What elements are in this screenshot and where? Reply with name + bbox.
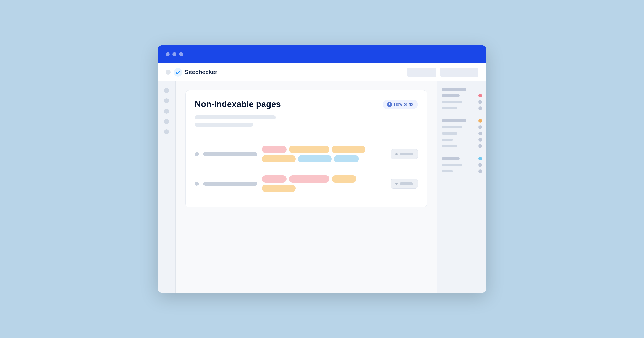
sidebar-item-4[interactable] [164, 119, 169, 124]
action-dot-2 [396, 182, 398, 185]
rp-row [442, 94, 482, 97]
sidebar-item-3[interactable] [164, 109, 169, 114]
rp-row [442, 157, 482, 161]
rp-status-dot-gray [478, 163, 482, 167]
row-action-button-1[interactable] [391, 149, 418, 159]
rp-small-bar [442, 170, 453, 172]
content-panel: Non-indexable pages ? How to fix [176, 81, 437, 293]
rp-status-dot-gray [478, 144, 482, 148]
rp-bar [442, 94, 460, 97]
rp-row [442, 163, 482, 167]
tag-orange-md-1 [332, 146, 366, 153]
rp-row [442, 169, 482, 173]
sidebar [158, 81, 176, 293]
row-bullet-icon [195, 181, 199, 186]
row-tags [262, 175, 386, 192]
row-action-button-2[interactable] [391, 179, 418, 188]
rp-small-bar [442, 107, 458, 109]
tag-orange-md-3 [262, 185, 296, 192]
rp-status-dot-orange [478, 119, 482, 123]
rp-section-3 [442, 157, 482, 176]
rp-status-dot-gray [478, 138, 482, 142]
sidebar-item-2[interactable] [164, 98, 169, 103]
rp-section-2 [442, 119, 482, 151]
rp-bar [442, 119, 466, 122]
dot-close[interactable] [166, 52, 170, 56]
rp-small-bar [442, 101, 462, 103]
placeholder-bar-1 [195, 115, 276, 120]
rp-row [442, 144, 482, 148]
action-bar [400, 153, 413, 156]
rp-status-dot-blue [478, 157, 482, 161]
tag-pink-sm [262, 146, 286, 153]
logo-icon [174, 68, 182, 76]
tag-orange-md-2 [262, 155, 296, 163]
rp-small-bar [442, 145, 458, 147]
sidebar-item-5[interactable] [164, 129, 169, 134]
nav-right [407, 67, 478, 77]
row-bullet-icon [195, 152, 199, 156]
tag-blue-md [298, 155, 332, 163]
table-row [195, 140, 418, 169]
action-dot [396, 153, 398, 155]
rp-row [442, 119, 482, 123]
rp-section-1 [442, 88, 482, 113]
tag-pink-sm-2 [262, 175, 286, 182]
tag-orange-lg [289, 146, 330, 153]
logo-text: Sitechecker [184, 69, 218, 76]
rp-small-bar [442, 164, 462, 166]
browser-window: Sitechecker Non-indexable pages [158, 45, 486, 293]
rp-small-bar [442, 126, 462, 128]
nav-button-1[interactable] [407, 67, 436, 77]
row-tags [262, 146, 386, 163]
how-to-fix-icon: ? [387, 102, 392, 107]
svg-point-0 [174, 68, 182, 76]
rp-row [442, 106, 482, 110]
dot-maximize[interactable] [179, 52, 183, 56]
tag-blue-sm [334, 155, 359, 163]
how-to-fix-label: How to fix [394, 102, 413, 107]
rp-status-dot-gray [478, 125, 482, 129]
title-bar [158, 45, 486, 63]
rp-status-dot-gray [478, 132, 482, 135]
rp-bar [442, 88, 466, 91]
logo: Sitechecker [174, 68, 218, 76]
card-title: Non-indexable pages [195, 99, 281, 109]
placeholder-bar-2 [195, 123, 253, 127]
tag-pink-lg [289, 175, 330, 182]
nav-back-button[interactable] [166, 70, 170, 75]
main-content: Non-indexable pages ? How to fix [158, 81, 486, 293]
rp-row [442, 138, 482, 142]
nav-button-2[interactable] [440, 67, 478, 77]
nav-left: Sitechecker [166, 68, 218, 76]
nav-bar: Sitechecker [158, 63, 486, 81]
tag-orange-sm [332, 175, 356, 182]
main-card: Non-indexable pages ? How to fix [186, 90, 427, 207]
dot-minimize[interactable] [172, 52, 176, 56]
window-controls [166, 52, 183, 56]
sidebar-item-1[interactable] [164, 88, 169, 93]
right-panel [437, 81, 486, 293]
row-url-bar [203, 181, 257, 186]
divider-1 [195, 133, 418, 133]
rp-small-bar [442, 132, 458, 135]
table-row [195, 169, 418, 198]
rp-status-dot-gray [478, 106, 482, 110]
how-to-fix-button[interactable]: ? How to fix [382, 100, 418, 109]
card-header: Non-indexable pages ? How to fix [195, 99, 418, 109]
action-bar-2 [400, 182, 413, 185]
rp-row [442, 125, 482, 129]
rp-status-dot-gray [478, 169, 482, 173]
rp-bar [442, 157, 460, 160]
rp-row [442, 88, 482, 91]
rp-row [442, 132, 482, 135]
rp-status-dot-gray [478, 100, 482, 104]
rp-status-dot-red [478, 94, 482, 97]
row-url-bar [203, 152, 257, 156]
rp-row [442, 100, 482, 104]
rp-small-bar [442, 139, 453, 141]
